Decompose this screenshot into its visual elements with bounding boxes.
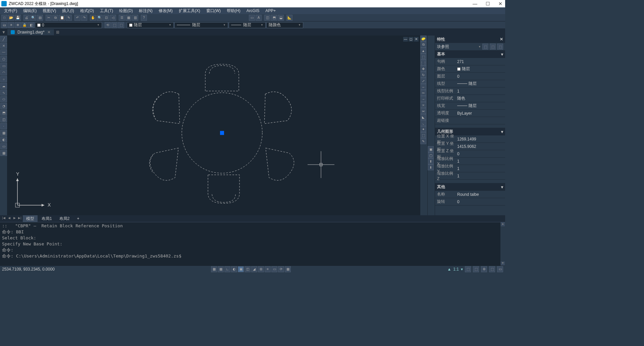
layer-prev-icon[interactable]: ⟲ [105, 22, 111, 28]
menu-modify[interactable]: 修改(M) [156, 7, 175, 14]
menu-window[interactable]: 窗口(W) [204, 7, 223, 14]
section-basic[interactable]: 基本▾ [435, 50, 505, 58]
preview-icon[interactable]: 🔍 [30, 15, 36, 21]
matchprop-icon[interactable]: ✎ [66, 15, 72, 21]
pick-add-icon[interactable]: ⬚ [490, 44, 496, 50]
layout-next-icon[interactable]: ▶ [12, 216, 17, 221]
trim-icon[interactable]: ✂ [420, 90, 426, 96]
dim-style-icon[interactable]: ▭ [249, 15, 255, 21]
select-obj-icon[interactable]: ⬚ [497, 44, 503, 50]
array-icon[interactable]: ⋮⋮ [420, 60, 426, 66]
plotstyle-combo[interactable]: 随颜色 ▼ [266, 22, 303, 28]
annotation-toggle[interactable]: ▦ [285, 266, 291, 272]
redo-icon[interactable]: ↷ [81, 15, 87, 21]
doc-restore-icon[interactable]: ◻ [409, 37, 413, 42]
menu-view[interactable]: 视图(V) [40, 7, 59, 14]
prop-rotation[interactable]: 0 [456, 199, 505, 204]
menu-dimension[interactable]: 标注(N) [136, 7, 155, 14]
prop-lineweight[interactable]: 随层 [456, 103, 505, 109]
polygon-icon[interactable]: ⬠ [0, 56, 7, 62]
help-icon[interactable]: ? [141, 15, 147, 21]
layer-freeze-icon[interactable]: ❄ [15, 22, 21, 28]
pedit-icon[interactable]: ⬚ [420, 132, 426, 138]
ortho-toggle[interactable]: ∟ [224, 266, 230, 272]
scale-icon[interactable]: ⤢ [420, 78, 426, 84]
command-scrollbar[interactable]: ▲ ▼ [500, 222, 505, 266]
revcloud-icon[interactable]: ☁ [0, 83, 7, 89]
ellipse-icon[interactable]: ⬭ [0, 96, 7, 102]
prop-posx[interactable]: 1269.1499 [456, 137, 505, 141]
prop-scalez[interactable]: 1 [456, 174, 505, 178]
design-center-icon[interactable]: ▦ [125, 15, 131, 21]
zoom-prev-icon[interactable]: ◁ [110, 15, 116, 21]
document-tab[interactable]: Drawing1.dwg* ✕ [7, 29, 54, 35]
bring-above-icon[interactable]: ⬆ [428, 158, 434, 164]
menu-arcgis[interactable]: ArcGIS [244, 8, 262, 14]
maximize-button[interactable]: ☐ [484, 0, 491, 7]
status-coords[interactable]: 2534.7109, 933.2345, 0.0000 [2, 267, 55, 272]
section-other[interactable]: 其他▾ [435, 183, 505, 191]
layout-prev-icon[interactable]: ◀ [7, 216, 11, 221]
otrack-toggle[interactable]: ◫ [245, 266, 251, 272]
properties-close-icon[interactable]: ✕ [500, 37, 503, 42]
bring-front-icon[interactable]: ▣ [428, 146, 434, 152]
prop-scalex[interactable]: 1 [456, 159, 505, 164]
fillet-icon[interactable]: ◟ [420, 120, 426, 126]
circle-icon[interactable]: ○ [0, 76, 7, 82]
cycle-toggle[interactable]: ⟳ [278, 266, 284, 272]
text-style-icon[interactable]: A [256, 15, 262, 21]
xline-icon[interactable]: ✕ [0, 43, 7, 49]
doc-minimize-icon[interactable]: — [403, 37, 408, 42]
ducs-toggle[interactable]: ◢ [251, 266, 257, 272]
quick-select-icon[interactable]: ⬚ [482, 44, 488, 50]
prop-name[interactable]: Round talbe [456, 192, 505, 197]
offset-icon[interactable]: ⬚ [420, 54, 426, 60]
layer-manager-icon[interactable]: 🗂 [1, 22, 7, 28]
layout-tab-model[interactable]: 模型 [23, 215, 38, 222]
insert-icon[interactable]: ⬒ [271, 15, 277, 21]
grid-toggle[interactable]: ▦ [218, 266, 224, 272]
menu-file[interactable]: 文件(F) [1, 7, 20, 14]
xref-icon[interactable]: ⬓ [278, 15, 284, 21]
arc-icon[interactable]: ◠ [0, 69, 7, 75]
tool-palettes-icon[interactable]: ▥ [132, 15, 138, 21]
layer-combo[interactable]: 0 ▼ [35, 22, 102, 28]
layer-state-icon[interactable]: ☀ [8, 22, 14, 28]
point-icon[interactable]: · [0, 123, 7, 129]
rotate-icon[interactable]: ↻ [420, 72, 426, 78]
ellipse-arc-icon[interactable]: ◔ [0, 103, 7, 109]
prop-linetype[interactable]: 随层 [456, 81, 505, 86]
send-back-icon[interactable]: ▢ [428, 152, 434, 158]
region-icon[interactable]: ▭ [0, 143, 7, 149]
undo-icon[interactable]: ↶ [74, 15, 80, 21]
status-anno3-icon[interactable]: ⬚ [473, 266, 479, 272]
layer-lock-icon[interactable]: 🔒 [21, 22, 28, 28]
erase-icon[interactable]: 🧽 [420, 36, 426, 42]
snap-toggle[interactable]: ▦ [211, 266, 217, 272]
close-tab-icon[interactable]: ✕ [47, 30, 51, 35]
selection-type[interactable]: 块参照 [437, 44, 477, 50]
menu-insert[interactable]: 插入(I) [59, 7, 76, 14]
doc-close-icon[interactable]: ✕ [414, 37, 419, 42]
table-icon[interactable]: ▦ [0, 150, 7, 156]
explode-icon[interactable]: ✦ [420, 126, 426, 132]
pan-icon[interactable]: ✋ [90, 15, 96, 21]
prop-ltscale[interactable]: 1 [456, 89, 505, 94]
mirror-icon[interactable]: ▲ [420, 48, 426, 54]
menu-format[interactable]: 格式(O) [77, 7, 97, 14]
layout-tab-1[interactable]: 布局1 [38, 215, 55, 222]
hatch-icon[interactable]: ▦ [0, 130, 7, 136]
layout-first-icon[interactable]: |◀ [1, 216, 6, 221]
polyline-icon[interactable]: 〰 [0, 49, 7, 55]
linetype-combo[interactable]: 随层 ▼ [174, 22, 228, 28]
command-window[interactable]: :: "CBPR" – Retain Block Reference Posit… [0, 222, 505, 266]
save-icon[interactable]: 💾 [15, 15, 21, 21]
status-anno2-icon[interactable]: ⬚ [465, 266, 471, 272]
copy2-icon[interactable]: ⧉ [420, 42, 426, 48]
publish-icon[interactable]: ▤ [37, 15, 43, 21]
menu-help[interactable]: 帮助(H) [224, 7, 243, 14]
new-file-icon[interactable]: □ [1, 15, 7, 21]
drawing-canvas[interactable]: — ◻ ✕ [7, 36, 420, 215]
prop-scaley[interactable]: 1 [456, 166, 505, 171]
prop-plotstyle[interactable]: 随色 [456, 96, 505, 101]
